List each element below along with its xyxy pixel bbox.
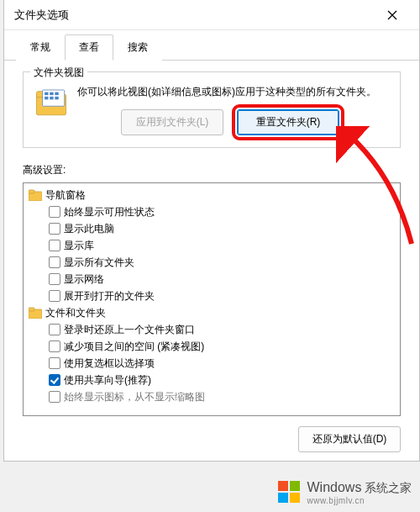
watermark-url: www.bjjmlv.cn (307, 496, 412, 505)
tree-item-label: 展开到打开的文件夹 (64, 288, 155, 304)
tab-general[interactable]: 常规 (16, 34, 65, 61)
checkbox[interactable] (49, 340, 60, 352)
tree-item[interactable]: 展开到打开的文件夹 (25, 288, 398, 304)
tree-item[interactable]: 显示库 (25, 237, 398, 254)
dialog-title: 文件夹选项 (14, 8, 69, 23)
tree-item[interactable]: 登录时还原上一个文件夹窗口 (25, 321, 398, 338)
tree-group-navigation-pane[interactable]: 导航窗格 (25, 187, 398, 203)
tree-item-label: 登录时还原上一个文件夹窗口 (64, 322, 195, 337)
reset-folders-button[interactable]: 重置文件夹(R) (237, 109, 339, 135)
tab-bar: 常规 查看 搜索 (4, 30, 419, 61)
tree-item-label: 显示所有文件夹 (64, 255, 134, 270)
tree-item-label: 显示网络 (64, 272, 104, 287)
tree-group-label: 导航窗格 (45, 187, 86, 203)
checkbox[interactable] (49, 324, 60, 335)
tab-view[interactable]: 查看 (65, 34, 113, 61)
svg-rect-15 (278, 481, 288, 491)
svg-rect-18 (290, 493, 300, 503)
tree-item-label: 显示此电脑 (64, 221, 114, 236)
svg-rect-16 (290, 481, 300, 491)
checkbox[interactable] (49, 357, 60, 369)
tree-item[interactable]: 使用共享向导(推荐) (25, 372, 398, 388)
checkbox[interactable] (49, 391, 60, 403)
restore-defaults-button[interactable]: 还原为默认值(D) (298, 426, 401, 452)
checkbox[interactable] (49, 273, 60, 285)
tree-group-label: 文件和文件夹 (45, 305, 106, 320)
close-button[interactable] (375, 2, 409, 29)
tree-item[interactable]: 使用复选框以选择项 (25, 355, 398, 372)
tree-item[interactable]: 显示所有文件夹 (25, 254, 398, 271)
advanced-settings-tree[interactable]: 导航窗格 始终显示可用性状态 显示此电脑 显示库 显示所有文件夹 显示网络 展开… (23, 182, 401, 416)
checkbox[interactable] (49, 223, 60, 235)
titlebar: 文件夹选项 (4, 0, 419, 30)
tree-item-label: 减少项目之间的空间 (紧凑视图) (64, 339, 204, 354)
checkbox[interactable] (49, 290, 60, 302)
svg-rect-14 (29, 308, 34, 311)
advanced-settings-label: 高级设置: (23, 163, 401, 177)
tree-item[interactable]: 显示此电脑 (25, 220, 398, 237)
folder-view-description: 你可以将此视图(如详细信息或图标)应用于这种类型的所有文件夹。 (77, 84, 390, 99)
checkbox[interactable] (49, 240, 60, 251)
tree-item[interactable]: 始终显示可用性状态 (25, 203, 398, 220)
tree-item-label: 始终显示图标，从不显示缩略图 (64, 389, 205, 404)
watermark: Windows 系统之家 www.bjjmlv.cn (278, 480, 412, 505)
tree-item-label: 使用复选框以选择项 (64, 356, 155, 371)
svg-rect-5 (45, 92, 48, 96)
svg-rect-17 (278, 493, 288, 503)
checkbox[interactable] (49, 374, 60, 386)
close-icon (387, 10, 397, 20)
svg-rect-12 (29, 190, 34, 193)
svg-rect-10 (55, 97, 58, 100)
windows-logo-icon (278, 481, 302, 504)
tab-search[interactable]: 搜索 (113, 34, 162, 61)
tree-item-label: 始终显示可用性状态 (64, 204, 155, 219)
svg-rect-6 (50, 92, 53, 96)
tree-group-files-folders[interactable]: 文件和文件夹 (25, 304, 398, 321)
tree-item[interactable]: 始终显示图标，从不显示缩略图 (25, 388, 398, 405)
folder-icon (29, 307, 42, 319)
tree-item-label: 显示库 (64, 238, 94, 253)
svg-rect-7 (55, 92, 58, 96)
watermark-sub: 系统之家 (365, 481, 412, 494)
tree-item-label: 使用共享向导(推荐) (64, 372, 151, 388)
svg-rect-8 (45, 97, 48, 100)
tree-item[interactable]: 显示网络 (25, 271, 398, 288)
apply-to-folders-button[interactable]: 应用到文件夹(L) (121, 109, 223, 135)
folder-view-group: 文件夹视图 你可以将此视图(如详细信息或图标)应用于这种类型的所有文件夹。 应用… (23, 71, 401, 148)
watermark-brand: Windows (307, 480, 361, 494)
svg-rect-9 (50, 97, 53, 100)
folder-options-dialog: 文件夹选项 常规 查看 搜索 文件夹视图 (3, 0, 420, 462)
tree-item[interactable]: 减少项目之间的空间 (紧凑视图) (25, 338, 398, 355)
folder-icon (29, 189, 42, 201)
view-tab-panel: 文件夹视图 你可以将此视图(如详细信息或图标)应用于这种类型的所有文件夹。 应用… (4, 60, 419, 461)
folder-view-legend: 文件夹视图 (30, 66, 87, 80)
folder-icon (34, 84, 69, 119)
checkbox[interactable] (49, 206, 60, 218)
checkbox[interactable] (49, 256, 60, 268)
